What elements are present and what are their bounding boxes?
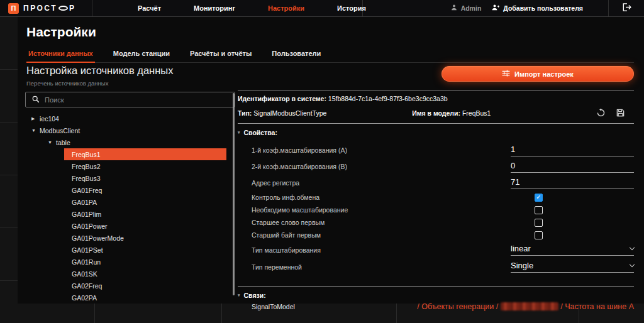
field-checkbox-high-byte-first[interactable]	[535, 231, 543, 239]
logo-text-prefix: ПРОСТ	[23, 4, 57, 13]
data-sources-tree-panel: ▶iec104▼ModbusClient▼tableFreqBus1FreqBu…	[25, 92, 235, 304]
model-name-label: Имя в модели:	[412, 109, 460, 117]
links-divider	[238, 286, 634, 287]
tree-scrollbar[interactable]	[233, 93, 235, 295]
tree-item-label: GA02PA	[72, 294, 97, 302]
tree-item-content: GA01SK	[64, 268, 226, 280]
tree-indent	[25, 244, 64, 256]
tree-indent	[25, 256, 64, 268]
tree-indent	[25, 124, 31, 136]
search-input[interactable]	[45, 96, 229, 104]
tree-indent	[25, 196, 64, 208]
current-user[interactable]: Admin	[450, 4, 482, 13]
tree-item-table[interactable]: ▼table	[25, 136, 235, 148]
topnav-item-settings[interactable]: Настройки	[268, 4, 304, 12]
logout-button[interactable]	[608, 0, 644, 16]
chevron-down-icon	[630, 244, 635, 249]
chevron-expanded-icon[interactable]: ▼	[48, 140, 56, 145]
tree-item-content: ▶iec104	[31, 112, 226, 124]
tree-item-GA01PowerMode[interactable]: GA01PowerMode	[25, 232, 235, 244]
tree-item-iec104[interactable]: ▶iec104	[25, 112, 235, 124]
tree-item-content: ▼table	[48, 136, 226, 148]
field-select-value: linear	[511, 244, 531, 253]
undo-button[interactable]	[596, 108, 606, 118]
link-name: SignalToModel	[252, 303, 295, 310]
field-input-coef-b[interactable]: 0	[511, 161, 634, 173]
field-checkbox-scaling-needed[interactable]	[535, 206, 543, 214]
tree-item-FreqBus2[interactable]: FreqBus2	[25, 160, 235, 172]
field-checkbox-info-exchange-control[interactable]: ✓	[535, 194, 543, 202]
tree-item-GA01PA[interactable]: GA01PA	[25, 196, 235, 208]
field-row-scaling-needed: Необходимо масштабирование	[238, 204, 634, 216]
model-name-value: FreqBus1	[462, 109, 491, 117]
field-row-scaling-type: Тип масштабированияlinear	[238, 241, 634, 258]
tree-item-label: GA01Freq	[72, 187, 102, 194]
field-checkbox-wrap	[511, 206, 634, 214]
field-checkbox-wrap	[511, 219, 634, 227]
tree-item-label: FreqBus2	[72, 163, 101, 170]
tab-station-model[interactable]: Модель станции	[111, 50, 172, 63]
header-icons	[596, 108, 634, 118]
topnav-item-history[interactable]: История	[337, 4, 366, 12]
tree-item-GA02PA[interactable]: GA02PA	[25, 292, 235, 304]
field-row-coef-b: 2-й коэф.масштабирования (B)0	[238, 158, 634, 175]
tree-item-label: GA01Power	[72, 222, 108, 230]
field-input-coef-a[interactable]: 1	[511, 145, 634, 156]
tree-item-GA01PSet[interactable]: GA01PSet	[25, 244, 235, 256]
tree-indent	[25, 112, 31, 124]
field-label: 1-й коэф.масштабирования (A)	[252, 146, 511, 154]
user-area: Admin Добавить пользователя	[363, 0, 608, 16]
field-select-variable-type[interactable]: Single	[511, 261, 634, 273]
tree-indent	[25, 148, 64, 160]
signal-detail-panel: Идентификатор в системе: 15fb884d-7c1a-4…	[238, 90, 634, 301]
link-path[interactable]: / Объекты генерации / / Частота на шине …	[295, 302, 634, 311]
tree-item-ModbusClient[interactable]: ▼ModbusClient	[25, 124, 235, 136]
tab-data-sources[interactable]: Источники данных	[26, 50, 95, 63]
tree-item-FreqBus3[interactable]: FreqBus3	[25, 172, 235, 184]
tree-item-GA01SK[interactable]: GA01SK	[25, 268, 235, 280]
field-checkbox-high-word-first[interactable]	[535, 219, 543, 227]
type-value: SignalModbusClientType	[253, 109, 326, 117]
tab-users[interactable]: Пользователи	[270, 50, 323, 63]
tree-item-content: FreqBus1	[64, 148, 226, 160]
field-select-scaling-type[interactable]: linear	[511, 244, 634, 256]
tree-indent	[25, 160, 64, 172]
tree-indent	[25, 136, 48, 148]
redacted-segment	[501, 302, 558, 310]
field-row-variable-type: Тип переменнойSingle	[238, 258, 634, 275]
type-col: Тип: SignalModbusClientType	[238, 109, 412, 117]
chevron-collapsed-icon[interactable]: ▶	[31, 116, 40, 121]
tree-item-GA01Freq[interactable]: GA01Freq	[25, 184, 235, 196]
save-button[interactable]	[616, 108, 625, 118]
topnav-item-monitoring[interactable]: Мониторинг	[194, 4, 235, 12]
tree-item-label: GA02Freq	[72, 282, 102, 290]
import-settings-button[interactable]: Импорт настроек	[441, 66, 634, 82]
sliders-icon	[502, 70, 510, 78]
properties-form: 1-й коэф.масштабирования (A)12-й коэф.ма…	[238, 142, 634, 275]
tree-item-content: ▼ModbusClient	[31, 124, 226, 136]
chevron-expanded-icon[interactable]: ▼	[31, 128, 40, 133]
tree-item-GA02Freq[interactable]: GA02Freq	[25, 280, 235, 292]
field-input-reg-address[interactable]: 71	[511, 177, 634, 189]
tree-item-FreqBus1[interactable]: FreqBus1	[25, 148, 235, 160]
links-header[interactable]: ▾ Связи:	[238, 292, 634, 299]
topbar: П ПРОСТ Р РасчётМониторингНастройкиИстор…	[0, 0, 644, 17]
tree-item-GA01Run[interactable]: GA01Run	[25, 256, 235, 268]
logo[interactable]: П ПРОСТ Р	[0, 0, 92, 16]
add-user-button[interactable]: Добавить пользователя	[491, 4, 583, 13]
tree-item-content: GA01PowerMode	[64, 232, 226, 244]
type-row: Тип: SignalModbusClientType Имя в модели…	[238, 108, 634, 124]
tab-calcs-reports[interactable]: Расчёты и отчёты	[188, 50, 253, 63]
topnav-item-calc[interactable]: Расчёт	[138, 4, 161, 12]
tree-item-content: GA01Run	[64, 256, 226, 268]
page-title: Настройки	[26, 25, 96, 40]
tabs: Источники данныхМодель станцииРасчёты и …	[26, 50, 634, 63]
field-label: Контроль инф.обмена	[252, 194, 511, 201]
properties-header[interactable]: ▾ Свойства:	[238, 129, 634, 136]
field-label: Старшее слово первым	[252, 219, 511, 226]
tree-item-GA01Plim[interactable]: GA01Plim	[25, 208, 235, 220]
tree-item-content: GA01PA	[64, 196, 226, 208]
user-name: Admin	[461, 4, 482, 12]
tree-indent	[25, 232, 64, 244]
tree-item-GA01Power[interactable]: GA01Power	[25, 220, 235, 232]
